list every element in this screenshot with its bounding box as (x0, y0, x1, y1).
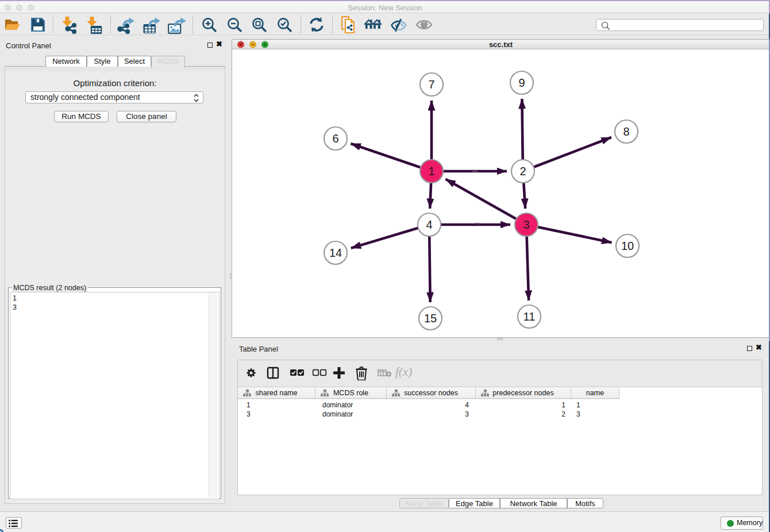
svg-text:15: 15 (424, 312, 437, 325)
svg-text:9: 9 (518, 76, 525, 89)
svg-text:8: 8 (623, 125, 629, 138)
svg-text:11: 11 (523, 310, 536, 323)
svg-text:2: 2 (519, 165, 526, 178)
svg-text:7: 7 (428, 78, 434, 91)
svg-text:1: 1 (428, 165, 434, 178)
svg-text:10: 10 (621, 240, 634, 252)
svg-text:3: 3 (523, 218, 529, 231)
svg-text:14: 14 (329, 246, 342, 259)
svg-text:4: 4 (426, 218, 432, 231)
svg-text:6: 6 (332, 132, 338, 145)
